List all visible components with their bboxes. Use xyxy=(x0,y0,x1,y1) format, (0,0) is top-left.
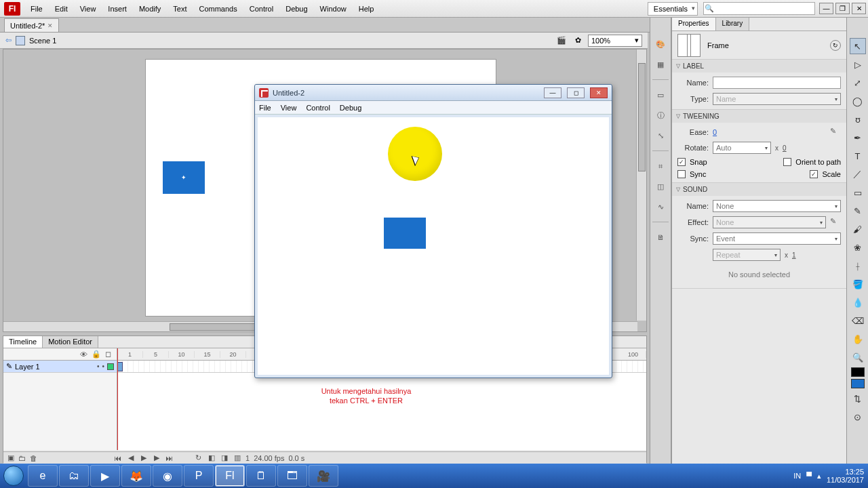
taskbar-powerpoint-icon[interactable]: P xyxy=(184,465,214,487)
keyframe[interactable] xyxy=(117,362,123,371)
step-fwd-icon[interactable]: ▶ xyxy=(152,453,161,462)
zoom-input[interactable]: 100%▾ xyxy=(588,35,642,47)
taskbar-notes-icon[interactable]: 🗒 xyxy=(246,465,276,487)
edit-multi-icon[interactable]: ▥ xyxy=(233,453,241,462)
tab-library[interactable]: Library xyxy=(716,18,750,30)
line-tool-icon[interactable]: ／ xyxy=(850,166,866,182)
eraser-tool-icon[interactable]: ⌫ xyxy=(850,312,866,329)
tab-motion-editor[interactable]: Motion Editor xyxy=(43,336,98,348)
sound-sync-select[interactable]: Event xyxy=(713,232,841,245)
taskbar-flash-icon[interactable]: Fl xyxy=(215,465,245,487)
swf-blue-rect[interactable] xyxy=(384,218,426,249)
layer-name[interactable]: Layer 1 xyxy=(15,363,40,371)
taskbar-firefox-icon[interactable]: 🦊 xyxy=(121,465,151,487)
project-panel-icon[interactable]: 🗎 xyxy=(653,230,668,245)
tab-timeline[interactable]: Timeline xyxy=(3,336,43,348)
snap-checkbox[interactable]: ✓ xyxy=(677,158,686,166)
eyedropper-tool-icon[interactable]: 💧 xyxy=(850,294,866,310)
search-input[interactable]: 🔍 xyxy=(703,2,815,15)
scroll-thumb[interactable] xyxy=(638,63,646,171)
sound-effect-select[interactable]: None xyxy=(713,216,826,228)
playhead[interactable] xyxy=(117,348,118,450)
menu-control[interactable]: Control xyxy=(243,2,279,16)
sound-name-select[interactable]: None xyxy=(713,200,841,212)
menu-debug[interactable]: Debug xyxy=(279,2,313,16)
player-titlebar[interactable]: Untitled-2 ― ◻ ✕ xyxy=(255,85,612,101)
tray-lang[interactable]: IN xyxy=(793,472,801,480)
goto-first-icon[interactable]: ⏮ xyxy=(113,454,122,462)
stage-symbol-rect[interactable]: ✦ xyxy=(163,161,205,194)
onion-skin-icon[interactable]: ◧ xyxy=(207,453,216,462)
player-menu-debug[interactable]: Debug xyxy=(340,104,361,112)
new-layer-icon[interactable]: ▣ xyxy=(7,453,14,462)
delete-layer-icon[interactable]: 🗑 xyxy=(30,454,37,462)
circled-arrow-icon[interactable]: ↻ xyxy=(830,40,841,51)
onion-outline-icon[interactable]: ◨ xyxy=(220,453,229,462)
step-back-icon[interactable]: ◀ xyxy=(126,453,135,462)
snap-option-icon[interactable]: ⊙ xyxy=(850,409,866,425)
pencil-tool-icon[interactable]: ✎ xyxy=(850,203,866,219)
stage-v-scrollbar[interactable] xyxy=(636,49,646,321)
start-button[interactable] xyxy=(0,464,27,488)
menu-commands[interactable]: Commands xyxy=(193,2,243,16)
layer-outline-swatch[interactable] xyxy=(107,363,114,370)
lasso-tool-icon[interactable]: ʊ xyxy=(850,111,866,127)
layer-row[interactable]: ✎ Layer 1 •• xyxy=(3,361,117,373)
swap-colors-icon[interactable]: ⇅ xyxy=(850,390,866,407)
system-tray[interactable]: IN ▀ ▴ 13:25 11/03/2017 xyxy=(793,468,868,484)
label-name-input[interactable] xyxy=(713,77,841,89)
lock-icon[interactable]: 🔒 xyxy=(92,350,101,359)
edit-ease-icon[interactable]: ✎ xyxy=(830,127,841,138)
motion-panel-icon[interactable]: ∿ xyxy=(653,199,668,214)
sound-repeat-select[interactable]: Repeat xyxy=(713,249,781,261)
rotate-select[interactable]: Auto xyxy=(713,142,771,154)
bone-tool-icon[interactable]: ⟊ xyxy=(850,258,866,274)
player-menu-file[interactable]: File xyxy=(259,104,271,112)
player-menu-control[interactable]: Control xyxy=(306,104,330,112)
taskbar-app-icon[interactable]: 🗔 xyxy=(277,465,307,487)
outline-icon[interactable]: ◻ xyxy=(105,350,111,359)
player-menu-view[interactable]: View xyxy=(281,104,297,112)
rectangle-tool-icon[interactable]: ▭ xyxy=(850,184,866,201)
sound-repeat-count[interactable]: 1 xyxy=(792,251,796,259)
transform-panel-icon[interactable]: ⤡ xyxy=(653,128,668,143)
selection-tool-icon[interactable]: ↖ xyxy=(850,38,866,54)
new-folder-icon[interactable]: 🗀 xyxy=(18,454,26,462)
app-minimize-button[interactable]: ― xyxy=(819,3,833,14)
taskbar-camtasia-icon[interactable]: 🎥 xyxy=(309,465,338,487)
tray-date[interactable]: 11/03/2017 xyxy=(827,476,864,484)
player-stage[interactable] xyxy=(258,117,609,375)
player-maximize-button[interactable]: ◻ xyxy=(567,87,585,98)
menu-text[interactable]: Text xyxy=(167,2,193,16)
workspace-dropdown[interactable]: Essentials xyxy=(648,2,698,16)
tools-panel-icon[interactable]: 🎨 xyxy=(653,37,668,52)
paint-bucket-tool-icon[interactable]: 🪣 xyxy=(850,276,866,292)
scene-name[interactable]: Scene 1 xyxy=(29,37,56,45)
menu-help[interactable]: Help xyxy=(353,2,380,16)
hand-tool-icon[interactable]: ✋ xyxy=(850,331,866,347)
taskbar-wmp-icon[interactable]: ▶ xyxy=(90,465,120,487)
rotate-count[interactable]: 0 xyxy=(783,144,787,152)
edit-symbol-icon[interactable]: ✿ xyxy=(572,35,584,47)
tray-time[interactable]: 13:25 xyxy=(845,468,864,476)
play-icon[interactable]: ▶ xyxy=(139,453,148,462)
components-panel-icon[interactable]: ◫ xyxy=(653,179,668,194)
tray-flag-icon[interactable]: ▀ xyxy=(806,472,812,480)
document-tab-close-icon[interactable]: ✕ xyxy=(47,22,53,29)
edit-scene-icon[interactable]: 🎬 xyxy=(555,35,568,47)
player-minimize-button[interactable]: ― xyxy=(544,87,561,98)
sync-checkbox[interactable] xyxy=(677,170,686,178)
menu-window[interactable]: Window xyxy=(314,2,353,16)
label-type-select[interactable]: Name xyxy=(713,93,841,105)
fill-color-swatch[interactable] xyxy=(851,379,865,388)
section-sound[interactable]: SOUND xyxy=(672,183,846,196)
brush-tool-icon[interactable]: 🖌 xyxy=(850,221,866,237)
text-tool-icon[interactable]: T xyxy=(850,148,866,164)
app-close-button[interactable]: ✕ xyxy=(852,3,866,14)
swf-player-window[interactable]: Untitled-2 ― ◻ ✕ File View Control Debug xyxy=(254,84,612,378)
stroke-color-swatch[interactable] xyxy=(851,367,865,377)
orient-checkbox[interactable] xyxy=(783,158,791,166)
taskbar-explorer-icon[interactable]: 🗂 xyxy=(59,465,89,487)
loop-icon[interactable]: ↻ xyxy=(194,453,203,462)
menu-file[interactable]: File xyxy=(24,2,49,16)
